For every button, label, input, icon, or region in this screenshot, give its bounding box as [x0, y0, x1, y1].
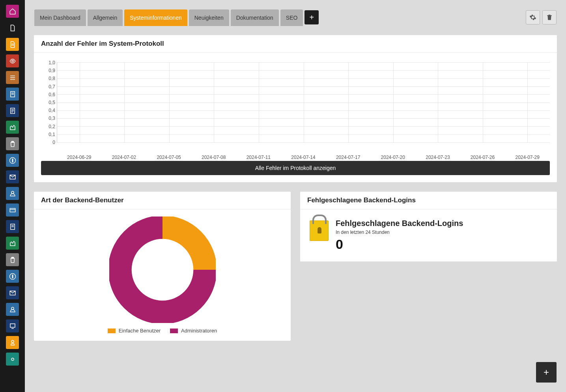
x-tick: 2024-07-14: [291, 155, 315, 160]
show-all-errors-button[interactable]: Alle Fehler im Protokoll anzeigen: [41, 161, 550, 175]
fab-add-button[interactable]: +: [536, 362, 557, 383]
x-tick: 2024-07-29: [515, 155, 539, 160]
sidebar-item-settings-icon[interactable]: [6, 353, 19, 366]
sidebar-item-page-icon[interactable]: [6, 88, 19, 101]
donut-chart: Einfache BenutzerAdministratoren: [34, 209, 291, 341]
users-card: Art der Backend-Benutzer Einfache Benutz…: [34, 191, 291, 341]
errors-card: Anzahl der Fehler im System-Protokoll 1,…: [34, 35, 557, 183]
info-icon: [9, 157, 16, 164]
y-tick: 0: [52, 140, 55, 145]
y-tick: 1,0: [49, 60, 55, 65]
page-icon: [9, 91, 16, 98]
sidebar-item-trash2-icon[interactable]: [6, 253, 19, 266]
tab-systeminformationen[interactable]: Systeminformationen: [124, 9, 187, 26]
info2-icon: [9, 273, 16, 280]
trash-icon: [546, 14, 553, 21]
x-tick: 2024-07-11: [247, 155, 271, 160]
sidebar-item-mail-icon[interactable]: [6, 170, 19, 183]
badge-icon: [9, 323, 16, 330]
logins-heading: Fehlgeschlagene Backend-Logins: [336, 219, 463, 228]
tab-mein-dashboard[interactable]: Mein Dashboard: [34, 9, 86, 26]
second-row: Art der Backend-Benutzer Einfache Benutz…: [34, 191, 557, 350]
sidebar-item-user-icon[interactable]: [6, 187, 19, 200]
chart-plot: [57, 62, 550, 143]
y-tick: 0,3: [49, 116, 55, 121]
logins-count: 0: [336, 237, 463, 252]
line-chart: 1,00,90,80,70,60,50,40,30,20,10 2024-06-…: [41, 60, 550, 155]
sidebar-item-home-icon[interactable]: [6, 5, 19, 18]
sidebar-item-file-icon[interactable]: [6, 21, 19, 34]
x-tick: 2024-07-26: [471, 155, 495, 160]
list-icon: [9, 74, 16, 81]
user-icon: [9, 190, 16, 197]
logins-subtitle: In den letzten 24 Stunden: [336, 230, 463, 235]
sidebar-item-page-alt-icon[interactable]: [6, 104, 19, 117]
legend-label: Einfache Benutzer: [119, 328, 161, 334]
errors-card-title: Anzahl der Fehler im System-Protokoll: [34, 35, 557, 53]
logins-card-body: Fehlgeschlagene Backend-Logins In den le…: [300, 209, 557, 261]
x-tick: 2024-07-08: [202, 155, 226, 160]
sidebar-item-info2-icon[interactable]: [6, 270, 19, 283]
legend-swatch: [108, 329, 116, 333]
trash-icon: [9, 140, 16, 147]
page-alt-icon: [9, 107, 16, 114]
sidebar-item-page2-icon[interactable]: [6, 220, 19, 233]
chart-icon: [9, 124, 16, 131]
tab-tools: [526, 10, 557, 24]
mail-icon: [9, 174, 16, 181]
x-tick: 2024-07-17: [336, 155, 360, 160]
sidebar-item-person-icon[interactable]: [6, 336, 19, 349]
logins-card-title: Fehlgeschlagene Backend-Logins: [300, 192, 557, 209]
errors-card-body: 1,00,90,80,70,60,50,40,30,20,10 2024-06-…: [34, 53, 557, 182]
sidebar-item-eye-icon[interactable]: [6, 54, 19, 67]
gear-icon: [529, 14, 536, 21]
person-icon: [9, 339, 16, 346]
donut-slice-einfache-benutzer: [163, 227, 205, 270]
mail2-icon: [9, 289, 16, 297]
delete-button[interactable]: [542, 10, 557, 24]
lock-icon: [310, 220, 329, 241]
y-axis: 1,00,90,80,70,60,50,40,30,20,10: [41, 60, 55, 145]
sidebar-item-card-icon[interactable]: [6, 203, 19, 217]
x-tick: 2024-06-29: [67, 155, 91, 160]
donut-svg: [109, 217, 216, 323]
chart2-icon: [9, 240, 16, 247]
y-tick: 0,4: [49, 108, 55, 113]
logins-text: Fehlgeschlagene Backend-Logins In den le…: [336, 219, 463, 252]
y-tick: 0,6: [49, 92, 55, 97]
sidebar-item-badge-icon[interactable]: [6, 319, 19, 332]
sidebar-item-list-icon[interactable]: [6, 71, 19, 84]
legend-label: Administratoren: [181, 328, 217, 334]
tab-seo[interactable]: SEO: [280, 9, 303, 26]
y-tick: 0,2: [49, 124, 55, 129]
logins-card: Fehlgeschlagene Backend-Logins Fehlgesch…: [300, 191, 557, 262]
y-tick: 0,8: [49, 76, 55, 81]
sidebar-item-info-icon[interactable]: [6, 154, 19, 167]
sidebar-item-trash-icon[interactable]: [6, 137, 19, 150]
trash2-icon: [9, 256, 16, 263]
users-card-title: Art der Backend-Benutzer: [34, 192, 291, 209]
eye-icon: [9, 58, 16, 65]
home-icon: [9, 8, 16, 15]
sidebar-item-chart2-icon[interactable]: [6, 237, 19, 250]
card-icon: [9, 207, 16, 214]
sidebar-item-mail2-icon[interactable]: [6, 286, 19, 299]
add-tab-button[interactable]: +: [304, 10, 319, 24]
legend-swatch: [170, 329, 178, 333]
tab-neuigkeiten[interactable]: Neuigkeiten: [189, 9, 229, 26]
tab-allgemein[interactable]: Allgemein: [88, 9, 123, 26]
legend-item: Einfache Benutzer: [108, 328, 161, 334]
tabbar: Mein DashboardAllgemeinSysteminformation…: [25, 0, 566, 26]
sidebar-item-user2-icon[interactable]: [6, 303, 19, 316]
settings-button[interactable]: [526, 10, 540, 24]
x-tick: 2024-07-20: [381, 155, 405, 160]
sidebar-item-document-icon[interactable]: [6, 38, 19, 51]
sidebar-item-chart-icon[interactable]: [6, 121, 19, 134]
tab-dokumentation[interactable]: Dokumentation: [231, 9, 279, 26]
y-tick: 0,5: [49, 100, 55, 105]
main: Mein DashboardAllgemeinSysteminformation…: [25, 0, 566, 392]
y-tick: 0,9: [49, 68, 55, 73]
settings-icon: [9, 356, 16, 363]
user2-icon: [9, 306, 16, 313]
legend-item: Administratoren: [170, 328, 217, 334]
